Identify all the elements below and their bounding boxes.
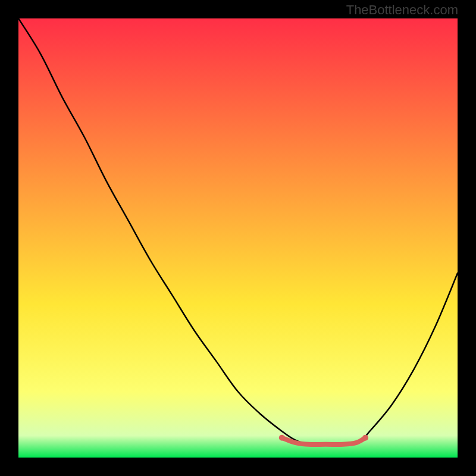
- bottleneck-chart: [18, 18, 458, 458]
- optimal-zone-dot-right: [362, 435, 368, 441]
- watermark-text: TheBottleneck.com: [346, 2, 458, 18]
- chart-container: TheBottleneck.com: [0, 0, 476, 476]
- optimal-zone-dot-left: [279, 435, 285, 441]
